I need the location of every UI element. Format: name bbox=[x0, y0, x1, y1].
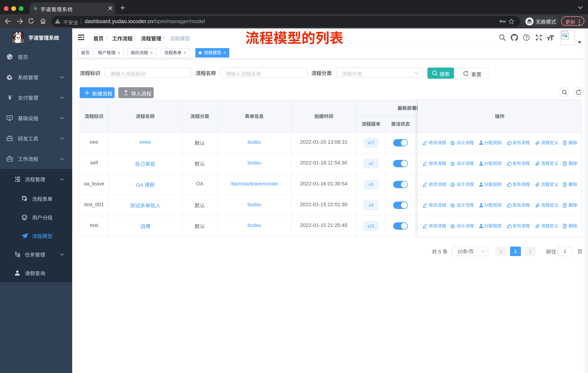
svg-text:¥: ¥ bbox=[8, 94, 12, 101]
